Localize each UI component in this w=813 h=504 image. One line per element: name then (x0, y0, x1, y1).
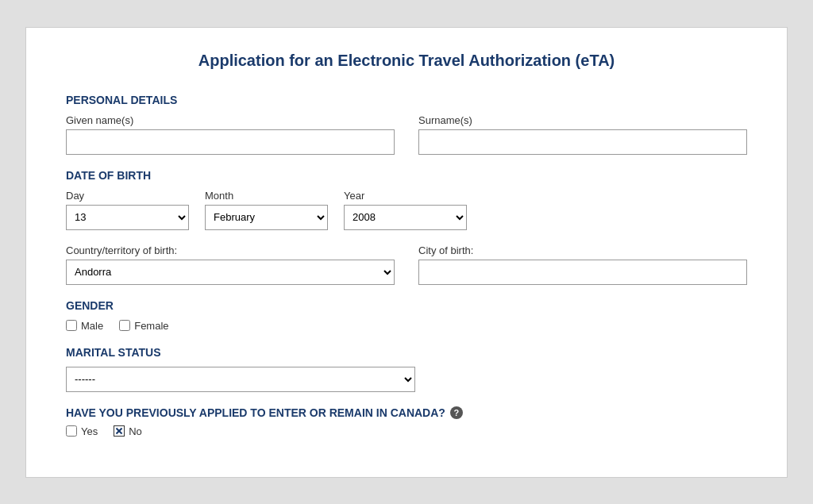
canada-section: HAVE YOU PREVIOUSLY APPLIED TO ENTER OR … (66, 406, 747, 437)
city-input[interactable] (418, 260, 747, 285)
gender-female-option[interactable]: Female (119, 320, 168, 332)
month-select[interactable]: January February MarchAprilMay JuneJulyA… (205, 205, 328, 230)
canada-yes-label: Yes (81, 425, 98, 437)
help-icon[interactable]: ? (450, 406, 463, 419)
canada-question-label: HAVE YOU PREVIOUSLY APPLIED TO ENTER OR … (66, 406, 747, 419)
gender-male-checkbox[interactable] (66, 320, 77, 331)
surname-label: Surname(s) (418, 114, 747, 126)
gender-section: GENDER Male Female (66, 299, 747, 332)
canada-no-checkbox-checked[interactable] (114, 425, 125, 437)
dob-section: DATE OF BIRTH Day 1234 5678 9101112 1314… (66, 169, 747, 230)
country-select[interactable]: Andorra Afghanistan Albania Algeria Cana… (66, 260, 395, 285)
name-row: Given name(s) Surname(s) (66, 114, 747, 155)
city-group: City of birth: (418, 244, 747, 285)
given-names-label: Given name(s) (66, 114, 395, 126)
canada-yes-option[interactable]: Yes (66, 425, 98, 437)
marital-heading: MARITAL STATUS (66, 346, 747, 359)
country-label: Country/territory of birth: (66, 244, 395, 256)
gender-female-label: Female (134, 320, 168, 332)
country-group: Country/territory of birth: Andorra Afgh… (66, 244, 395, 285)
surname-input[interactable] (418, 129, 747, 155)
form-container: Application for an Electronic Travel Aut… (25, 27, 788, 478)
given-names-group: Given name(s) (66, 114, 395, 155)
year-label: Year (344, 190, 467, 202)
surname-group: Surname(s) (418, 114, 747, 155)
canada-no-option[interactable]: No (114, 425, 142, 437)
gender-female-checkbox[interactable] (119, 320, 130, 331)
dob-heading: DATE OF BIRTH (66, 169, 747, 182)
page-title: Application for an Electronic Travel Aut… (66, 52, 747, 70)
gender-options: Male Female (66, 320, 747, 332)
month-label: Month (205, 190, 328, 202)
marital-select[interactable]: ------ Single Married Common-law Divorce… (66, 367, 415, 392)
month-group: Month January February MarchAprilMay Jun… (205, 190, 328, 230)
day-select[interactable]: 1234 5678 9101112 131415 16171819 202122… (66, 205, 189, 230)
year-select[interactable]: 20102009 2008 200720062005 200420032002 … (344, 205, 467, 230)
canada-question-text: HAVE YOU PREVIOUSLY APPLIED TO ENTER OR … (66, 406, 445, 419)
personal-details-section: PERSONAL DETAILS Given name(s) Surname(s… (66, 94, 747, 155)
birth-location-row: Country/territory of birth: Andorra Afgh… (66, 244, 747, 285)
canada-no-label: No (129, 425, 142, 437)
personal-details-heading: PERSONAL DETAILS (66, 94, 747, 106)
dob-row: Day 1234 5678 9101112 131415 16171819 20… (66, 190, 747, 230)
day-group: Day 1234 5678 9101112 131415 16171819 20… (66, 190, 189, 230)
birth-location-section: Country/territory of birth: Andorra Afgh… (66, 244, 747, 285)
given-names-input[interactable] (66, 129, 395, 155)
canada-options: Yes No (66, 425, 747, 437)
gender-male-option[interactable]: Male (66, 320, 103, 332)
day-label: Day (66, 190, 189, 202)
year-group: Year 20102009 2008 200720062005 20042003… (344, 190, 467, 230)
gender-male-label: Male (81, 320, 103, 332)
city-label: City of birth: (418, 244, 747, 256)
gender-heading: GENDER (66, 299, 747, 312)
marital-section: MARITAL STATUS ------ Single Married Com… (66, 346, 747, 392)
canada-yes-checkbox[interactable] (66, 425, 77, 437)
